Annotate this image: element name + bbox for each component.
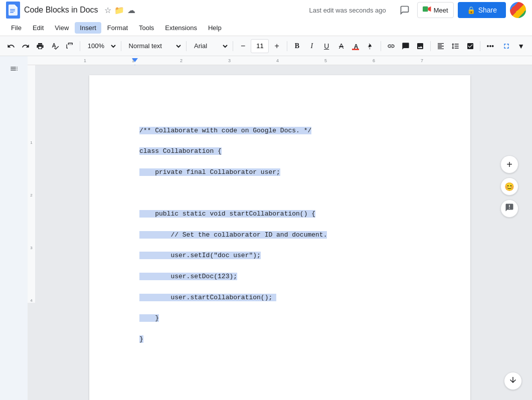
undo-button[interactable] [4,39,18,53]
ruler-left: 1 2 3 4 [28,65,35,303]
share-button[interactable]: 🔒 Share [458,2,506,18]
style-select[interactable]: Normal text Heading 1 Heading 2 Heading … [124,39,184,53]
svg-rect-1 [10,11,15,12]
print-button[interactable] [34,39,47,53]
meet-icon [423,6,432,15]
doc-icon [6,2,20,19]
comments-button[interactable] [396,2,413,19]
expand-button[interactable]: ▼ [514,39,528,53]
content-area: 1 1 2 3 4 5 6 7 1 2 3 4 [28,56,532,400]
folder-icon[interactable]: 📁 [114,6,124,15]
svg-rect-3 [423,7,428,12]
last-edit-text: Last edit was seconds ago [309,7,386,14]
divider-1 [80,41,80,51]
title-bar: Code Blocks in Docs ☆ 📁 ☁ Last edit was … [0,0,532,20]
divider-7 [430,41,431,51]
ruler: 1 1 2 3 4 5 6 7 [28,56,532,65]
outline-toggle[interactable] [7,61,22,76]
text-color-button[interactable]: A [349,39,363,53]
menu-extensions[interactable]: Extensions [160,22,202,34]
lock-icon: 🔒 [467,6,475,14]
meet-button[interactable]: Meet [417,2,454,18]
svg-rect-0 [10,9,15,10]
font-size-increase-button[interactable]: + [270,39,283,53]
underline-button[interactable]: U [320,39,333,53]
divider-4 [233,41,233,51]
toolbar: 100% 75% 125% 150% Normal text Heading 1… [0,36,532,56]
redo-button[interactable] [19,39,32,53]
zoom-select[interactable]: 100% 75% 125% 150% [83,39,118,53]
comment-button[interactable] [399,39,412,53]
svg-rect-2 [10,12,14,13]
down-arrow-icon [508,375,517,386]
cloud-icon[interactable]: ☁ [127,6,135,15]
feedback-button[interactable] [500,199,518,218]
avatar[interactable] [510,2,526,18]
menu-file[interactable]: File [6,22,27,34]
font-select[interactable]: Arial Times New Roman Courier New [190,39,230,53]
divider-3 [186,41,187,51]
highlight-button[interactable] [364,39,378,53]
font-size-input[interactable] [251,39,269,53]
divider-5 [287,41,287,51]
bottom-nav [504,372,522,390]
menu-format[interactable]: Format [102,22,133,34]
main-area: 1 1 2 3 4 5 6 7 1 2 3 4 [0,56,532,400]
emoji-icon: 😊 [504,182,514,191]
meet-label: Meet [434,7,448,14]
checklist-button[interactable] [463,39,477,53]
italic-button[interactable]: I [305,39,318,53]
feedback-icon [505,203,514,214]
document-page: /** Collaborate with code on Google Docs… [89,75,470,400]
header-buttons: Meet 🔒 Share [396,2,526,19]
bold-button[interactable]: B [290,39,304,53]
left-panel [0,56,28,400]
divider-8 [480,41,480,51]
emoji-button[interactable]: 😊 [500,177,518,195]
right-panel: + 😊 [497,115,522,218]
menu-help[interactable]: Help [203,22,227,34]
divider-2 [121,41,121,51]
divider-6 [381,41,381,51]
suggest-button[interactable] [499,39,513,53]
menu-insert[interactable]: Insert [75,22,101,34]
add-button[interactable]: + [500,155,518,173]
share-label: Share [478,6,497,14]
image-button[interactable] [414,39,427,53]
menu-tools[interactable]: Tools [134,22,159,34]
scroll-down-button[interactable] [504,372,522,390]
font-size-decrease-button[interactable]: − [236,39,250,53]
plus-icon: + [506,159,512,170]
menu-bar: File Edit View Insert Format Tools Exten… [0,20,532,36]
code-block[interactable]: /** Collaborate with code on Google Docs… [139,115,420,365]
svg-marker-4 [428,7,431,12]
link-button[interactable] [384,39,398,53]
doc-scroll[interactable]: 1 2 3 4 /** Collaborate with code on Goo… [28,65,532,400]
menu-edit[interactable]: Edit [28,22,49,34]
doc-title[interactable]: Code Blocks in Docs [24,6,98,15]
align-button[interactable] [434,39,447,53]
more-button[interactable]: ••• [483,39,497,53]
paint-format-button[interactable] [63,39,77,53]
strikethrough-button[interactable]: A [334,39,348,53]
title-icons: ☆ 📁 ☁ [104,6,135,15]
line-spacing-button[interactable] [449,39,462,53]
spellcheck-button[interactable] [48,39,62,53]
menu-view[interactable]: View [50,22,74,34]
star-icon[interactable]: ☆ [104,6,111,15]
